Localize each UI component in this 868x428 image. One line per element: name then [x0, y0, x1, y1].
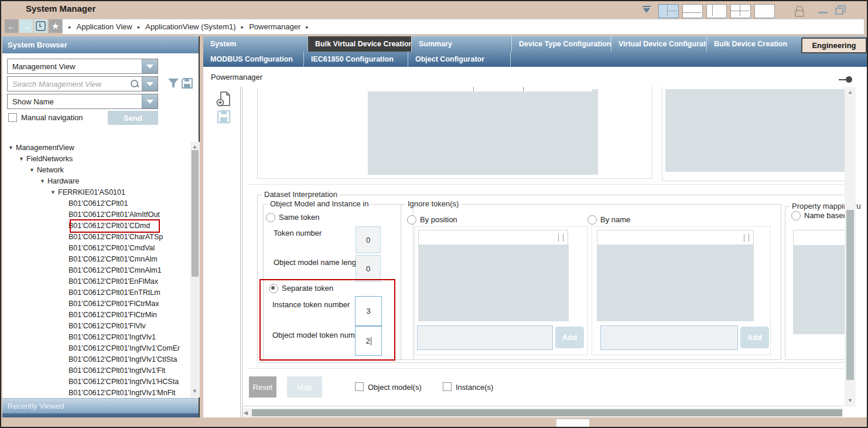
token-number-input[interactable]: 0 — [356, 226, 381, 253]
scrolled-listbox-right[interactable] — [665, 89, 849, 172]
save-icon[interactable] — [217, 110, 231, 124]
tree-item[interactable]: B01'C0612'CPlt01'IngtVlv1 — [2, 331, 190, 342]
tab-engineering[interactable]: Engineering — [801, 38, 867, 53]
tree-item[interactable]: B01'C0612'CPlt01'IngtVlv1'CtlSta — [2, 354, 190, 365]
restore-icon[interactable] — [835, 5, 845, 13]
tree-item[interactable]: ▼ManagementView — [2, 142, 190, 153]
tab-bulk-device-creation[interactable]: Bulk Device Creation — [706, 36, 801, 52]
display-mode-dropdown[interactable]: Show Name — [7, 94, 158, 109]
by-position-input[interactable] — [417, 325, 553, 350]
tree-item[interactable]: B01'C0612'CPlt01'IngtVlv1'Flt — [2, 365, 190, 376]
recently-viewed-bar[interactable]: Recently Viewed — [2, 398, 199, 413]
object-models-checkbox[interactable] — [355, 382, 364, 391]
breadcrumb-item[interactable]: Powermanager — [249, 22, 300, 31]
by-position-listbox[interactable] — [418, 244, 569, 321]
history-button[interactable] — [34, 19, 47, 33]
tree-item[interactable]: B01'C0612'CPlt01'CmnAlm — [2, 253, 190, 264]
by-name-listbox[interactable] — [597, 244, 754, 321]
tab-summary[interactable]: Summary — [411, 36, 511, 52]
search-dropdown-arrow[interactable] — [142, 77, 158, 91]
vertical-scrollbar[interactable]: ▲ ▼ — [845, 87, 856, 407]
breadcrumb-item[interactable]: Application View — [77, 22, 132, 31]
layout-left-strip-button[interactable] — [706, 4, 727, 18]
by-position-add-button[interactable]: Add — [555, 327, 584, 348]
tree-expander-icon[interactable]: ▼ — [50, 189, 58, 195]
reset-button[interactable]: Reset — [249, 376, 276, 398]
tree-item[interactable]: B01'C0612'CPlt01'CharATSp — [2, 231, 190, 242]
tree-item[interactable]: B01'C0612'CPlt01'IngtVlv1'MnFlt — [2, 387, 190, 398]
minimize-icon[interactable] — [818, 12, 828, 13]
name-length-input[interactable]: 0 — [356, 255, 381, 282]
by-name-input[interactable] — [600, 325, 738, 350]
map-button[interactable]: Map — [287, 376, 322, 398]
view-selector-arrow[interactable] — [142, 59, 158, 73]
layout-grid-button[interactable] — [730, 4, 751, 18]
name-based-radio[interactable] — [791, 211, 801, 220]
toolbar-splitter-line2[interactable] — [242, 87, 242, 417]
by-position-radio[interactable] — [407, 215, 416, 225]
breadcrumb[interactable]: ▸Application View▸ApplicationView (Syste… — [62, 19, 864, 35]
by-position-combo[interactable] — [418, 230, 568, 246]
back-button[interactable]: ← — [5, 19, 18, 33]
tree-item[interactable]: B01'C0612'CPlt01'EnTRtLm — [2, 287, 190, 298]
vertical-scrollbar-thumb[interactable] — [846, 210, 854, 380]
layout-three-pane-button[interactable] — [658, 4, 679, 18]
scroll-down-icon[interactable]: ▼ — [192, 388, 197, 394]
tree-item[interactable]: B01'C0612'CPlt01'FlVlv — [2, 320, 190, 331]
horizontal-scrollbar[interactable]: ◀ — [242, 408, 843, 417]
tree-expander-icon[interactable]: ▼ — [29, 167, 37, 173]
layout-bottom-strip-button[interactable] — [682, 4, 703, 18]
search-input[interactable]: Search Management View — [7, 76, 158, 91]
tab-device-type-configuration[interactable]: Device Type Configuration — [511, 36, 611, 52]
manual-navigation-checkbox[interactable] — [8, 113, 17, 122]
tab-bulk-virtual-device-creation[interactable]: Bulk Virtual Device Creation — [307, 36, 411, 52]
tree-expander-icon[interactable]: ▼ — [8, 145, 16, 151]
tree-scrollbar[interactable]: ▲ ▼ — [190, 142, 200, 398]
view-selector-dropdown[interactable]: Management View — [7, 59, 158, 74]
tree-item[interactable]: B01'C0612'CPlt01'AlmItfOut — [2, 209, 190, 220]
tree-item[interactable]: ▼Hardware — [2, 175, 190, 186]
tree-item[interactable]: B01'C0612'CPlt01'EnFlMax — [2, 276, 190, 287]
tree-item[interactable]: B01'C0612'CPlt01'CmdVal — [2, 242, 190, 253]
instances-checkbox[interactable] — [443, 382, 452, 391]
tree-expander-icon[interactable]: ▼ — [19, 156, 26, 162]
tree-scrollbar-thumb[interactable] — [192, 150, 199, 277]
tree-item[interactable]: B01'C0612'CPlt01'FlCtrMin — [2, 309, 190, 320]
tree-item[interactable]: B01'C0612'CPlt01 — [2, 198, 190, 209]
by-name-combo[interactable] — [597, 230, 754, 246]
breadcrumb-item[interactable]: ApplicationView (System1) — [145, 22, 235, 31]
tree-item[interactable]: B01'C0612'CPlt01'IngtVlv1'HCSta — [2, 376, 190, 387]
collapse-panels-icon[interactable] — [641, 5, 652, 15]
tab-system[interactable]: System — [203, 36, 307, 52]
save-filter-icon[interactable] — [182, 78, 193, 89]
tree-item[interactable]: B01'C0612'CPlt01'FlCtrMax — [2, 298, 190, 309]
tab-modbus-configuration[interactable]: MODBUS Configuration — [203, 52, 303, 67]
send-button[interactable]: Send — [108, 111, 158, 125]
by-name-radio[interactable] — [587, 215, 597, 225]
horizontal-scrollbar-thumb[interactable] — [252, 409, 842, 416]
property-mapping-listbox[interactable] — [793, 245, 846, 334]
new-document-icon[interactable] — [216, 91, 231, 107]
same-token-radio[interactable] — [266, 213, 275, 222]
forward-button[interactable]: → — [19, 19, 33, 33]
scroll-up-icon[interactable]: ▲ — [848, 89, 853, 95]
tree-item[interactable]: ▼FieldNetworks — [2, 153, 190, 164]
scroll-up-icon[interactable]: ▲ — [192, 144, 197, 150]
property-mapping-combo[interactable] — [793, 230, 846, 246]
by-name-add-button[interactable]: Add — [740, 327, 769, 348]
lock-icon[interactable] — [794, 6, 802, 15]
tree-item[interactable]: B01'C0612'CPlt01'CmnAlm1 — [2, 264, 190, 276]
layout-single-pane-button[interactable] — [754, 4, 775, 18]
scroll-left-icon[interactable]: ◀ — [244, 410, 248, 416]
tab-iec61850-configuration[interactable]: IEC61850 Configuration — [303, 52, 408, 67]
display-mode-arrow[interactable] — [142, 94, 158, 108]
tree-item[interactable]: B01'C0612'CPlt01'IngtVlv1'ComEr — [2, 342, 190, 354]
tree-item[interactable]: ▼Network — [2, 164, 190, 175]
tab-object-configurator[interactable]: Object Configurator — [408, 52, 510, 67]
tree-expander-icon[interactable]: ▼ — [40, 178, 47, 184]
toolbar-splitter-line[interactable] — [240, 87, 241, 417]
tree-item[interactable]: ▼FERRKIE01'AS0101 — [2, 186, 190, 198]
scrolled-listbox-left[interactable] — [368, 89, 598, 175]
favorites-button[interactable]: ★ — [49, 19, 62, 33]
tab-virtual-device-configuratio[interactable]: Virtual Device Configuratio — [611, 36, 706, 52]
